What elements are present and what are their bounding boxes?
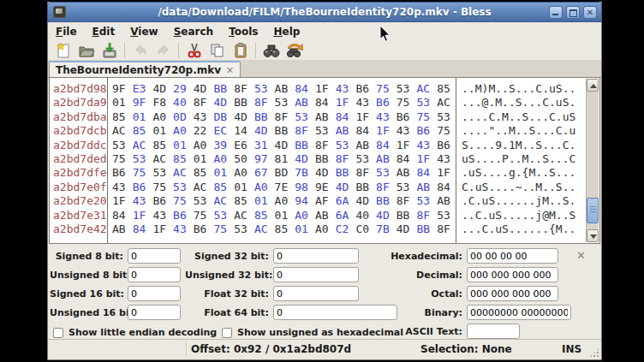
hex-byte[interactable]: 8F xyxy=(295,124,315,138)
ascii-text[interactable]: ..C.uS.....j@M..S xyxy=(462,209,575,223)
hex-byte[interactable]: AB xyxy=(295,96,315,110)
hex-byte[interactable]: BB xyxy=(355,181,376,194)
hex-byte[interactable]: 8F xyxy=(336,152,356,166)
hexadecimal-field[interactable] xyxy=(467,248,558,264)
hex-byte[interactable]: 8F xyxy=(194,96,214,110)
hex-byte[interactable]: 84 xyxy=(315,96,336,110)
ascii-text[interactable]: ..M)M..S...C.uS.. xyxy=(462,82,575,96)
hex-byte[interactable]: 75 xyxy=(437,124,457,138)
hex-byte[interactable]: 1F xyxy=(315,82,336,96)
hex-byte[interactable]: 43 xyxy=(397,124,417,138)
hex-byte[interactable]: 4D xyxy=(152,82,173,96)
hex-byte[interactable]: 1F xyxy=(112,194,133,208)
hex-byte[interactable]: F8 xyxy=(152,96,173,110)
hex-byte[interactable]: BB xyxy=(315,152,336,166)
hex-byte[interactable]: 22 xyxy=(194,124,214,138)
hex-byte[interactable]: 01 xyxy=(173,139,194,152)
scrollbar-thumb[interactable] xyxy=(587,198,599,223)
hex-byte[interactable]: AB xyxy=(417,181,438,194)
hex-byte[interactable]: 0D xyxy=(173,110,194,124)
hex-byte[interactable]: B6 xyxy=(112,166,133,180)
hex-byte[interactable]: 85 xyxy=(173,152,194,166)
maximize-button[interactable] xyxy=(566,6,580,19)
hex-byte[interactable]: 6A xyxy=(336,209,356,223)
hex-byte[interactable]: AC xyxy=(152,152,173,166)
hex-byte[interactable]: AC xyxy=(214,194,235,208)
hex-byte[interactable]: AB xyxy=(336,124,356,138)
hex-byte[interactable]: 53 xyxy=(254,82,275,96)
hex-byte[interactable]: AB xyxy=(112,223,133,236)
hex-byte[interactable]: AB xyxy=(315,110,336,124)
hex-byte[interactable]: 53 xyxy=(315,124,336,138)
hex-byte[interactable]: 97 xyxy=(254,152,275,166)
hex-byte[interactable]: 53 xyxy=(295,110,315,124)
hex-byte[interactable]: AB xyxy=(275,82,295,96)
hex-byte[interactable]: AB xyxy=(437,194,457,208)
hex-byte[interactable]: 8F xyxy=(315,139,336,152)
hex-byte[interactable]: 1F xyxy=(336,96,356,110)
show-unsigned-as-hexadecimal-checkbox[interactable] xyxy=(222,328,232,338)
hex-byte[interactable]: 53 xyxy=(234,223,254,236)
hex-byte[interactable]: BB xyxy=(275,124,295,138)
hex-byte[interactable]: 53 xyxy=(112,139,133,152)
hex-byte[interactable]: BB xyxy=(214,82,235,96)
hex-byte[interactable]: E3 xyxy=(133,82,153,96)
hex-byte[interactable]: 43 xyxy=(112,181,133,194)
ascii-text[interactable]: .uS....g.{M..S... xyxy=(462,166,575,180)
hex-byte[interactable]: AB xyxy=(315,209,336,223)
hex-byte[interactable]: 40 xyxy=(173,96,194,110)
hex-byte[interactable]: 4D xyxy=(336,181,356,194)
redo-button[interactable] xyxy=(152,41,175,60)
hex-byte[interactable]: 1F xyxy=(152,223,173,236)
hex-byte[interactable]: 43 xyxy=(355,96,376,110)
signed-16-bit-field[interactable] xyxy=(128,286,181,301)
hex-byte[interactable]: 4D xyxy=(214,96,235,110)
menu-tools[interactable]: Tools xyxy=(221,23,265,41)
tab-thebourneidentity720p[interactable]: TheBourneIdentity720p.mkv ✕ xyxy=(49,61,241,78)
scroll-down-button[interactable] xyxy=(587,229,599,242)
hex-byte[interactable]: 75 xyxy=(214,223,235,236)
hex-byte[interactable]: DB xyxy=(214,110,235,124)
float-32-bit-field[interactable] xyxy=(273,286,359,301)
menu-file[interactable]: File xyxy=(48,23,85,41)
hex-byte[interactable]: B6 xyxy=(397,110,417,124)
hex-byte[interactable]: 4D xyxy=(275,139,295,152)
hex-byte[interactable]: AC xyxy=(194,181,214,194)
hex-byte[interactable]: 8F xyxy=(275,110,295,124)
hex-byte[interactable]: 53 xyxy=(397,181,417,194)
ascii-text[interactable]: ...C.uS......{M.. xyxy=(462,223,575,236)
hex-byte[interactable]: 53 xyxy=(417,194,438,208)
scroll-up-button[interactable] xyxy=(587,79,599,92)
hex-byte[interactable]: 43 xyxy=(152,209,173,223)
hex-byte[interactable]: 4D xyxy=(397,223,417,236)
hex-byte[interactable]: 1F xyxy=(417,152,438,166)
hex-byte[interactable]: 6A xyxy=(336,194,356,208)
hex-byte[interactable]: 94 xyxy=(295,194,315,208)
hex-byte[interactable]: 43 xyxy=(336,82,356,96)
hex-byte[interactable]: AC xyxy=(234,209,254,223)
copy-button[interactable] xyxy=(206,41,229,60)
hex-byte[interactable]: 75 xyxy=(173,194,194,208)
hex-byte[interactable]: 84 xyxy=(336,110,356,124)
hex-byte[interactable]: 53 xyxy=(336,139,356,152)
find-button[interactable] xyxy=(259,41,283,60)
hex-byte[interactable]: AC xyxy=(417,82,438,96)
hex-byte[interactable]: 53 xyxy=(355,152,376,166)
hex-byte[interactable]: 01 xyxy=(254,194,275,208)
hex-byte[interactable]: 75 xyxy=(194,209,214,223)
hex-byte[interactable]: A0 xyxy=(173,124,194,138)
tab-close-icon[interactable]: ✕ xyxy=(226,66,234,75)
hex-byte[interactable]: 01 xyxy=(152,124,173,138)
hex-byte[interactable]: 84 xyxy=(437,181,457,194)
hex-byte[interactable]: 31 xyxy=(254,139,275,152)
hex-byte[interactable]: 01 xyxy=(234,181,254,194)
save-button[interactable] xyxy=(98,41,121,60)
hex-byte[interactable]: 53 xyxy=(437,209,457,223)
hex-byte[interactable]: 1F xyxy=(376,124,397,138)
minimize-button[interactable] xyxy=(549,6,563,19)
hex-byte[interactable]: EC xyxy=(214,124,235,138)
hex-byte[interactable]: 01 xyxy=(112,96,133,110)
hex-byte[interactable]: 85 xyxy=(437,82,457,96)
hex-byte[interactable]: 53 xyxy=(194,194,214,208)
hex-byte[interactable]: BB xyxy=(397,209,417,223)
